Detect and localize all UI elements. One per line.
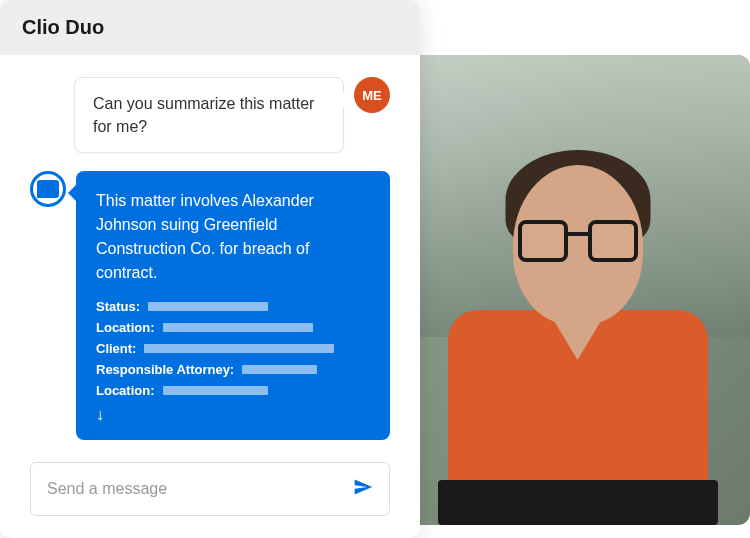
detail-row: Location: (96, 320, 370, 335)
detail-label: Location: (96, 383, 155, 398)
detail-label: Responsible Attorney: (96, 362, 234, 377)
detail-placeholder-bar (163, 386, 268, 395)
bot-details-list: Status:Location:Client:Responsible Attor… (96, 299, 370, 398)
chat-title: Clio Duo (22, 16, 398, 39)
detail-row: Client: (96, 341, 370, 356)
input-placeholder: Send a message (47, 480, 167, 498)
expand-down-icon[interactable]: ↓ (96, 406, 370, 424)
chat-header: Clio Duo (0, 0, 420, 55)
message-input[interactable]: Send a message (30, 462, 390, 516)
detail-placeholder-bar (148, 302, 268, 311)
detail-placeholder-bar (163, 323, 313, 332)
user-avatar: ME (354, 77, 390, 113)
user-message-bubble: Can you summarize this matter for me? (74, 77, 344, 153)
detail-placeholder-bar (242, 365, 317, 374)
detail-placeholder-bar (144, 344, 334, 353)
user-message-row: Can you summarize this matter for me? ME (30, 77, 390, 153)
detail-row: Responsible Attorney: (96, 362, 370, 377)
bot-message-row: This matter involves Alexander Johnson s… (30, 171, 390, 440)
bot-avatar-icon (30, 171, 66, 207)
bot-message-bubble: This matter involves Alexander Johnson s… (76, 171, 390, 440)
detail-label: Location: (96, 320, 155, 335)
bot-summary-text: This matter involves Alexander Johnson s… (96, 189, 370, 285)
detail-row: Location: (96, 383, 370, 398)
send-icon[interactable] (353, 477, 373, 501)
user-message-text: Can you summarize this matter for me? (93, 92, 325, 138)
detail-label: Client: (96, 341, 136, 356)
detail-row: Status: (96, 299, 370, 314)
chat-body: Can you summarize this matter for me? ME… (0, 55, 420, 462)
detail-label: Status: (96, 299, 140, 314)
chat-panel: Clio Duo Can you summarize this matter f… (0, 0, 420, 538)
background-photo (405, 55, 750, 525)
chat-input-container: Send a message (0, 462, 420, 538)
person-illustration (438, 145, 718, 525)
